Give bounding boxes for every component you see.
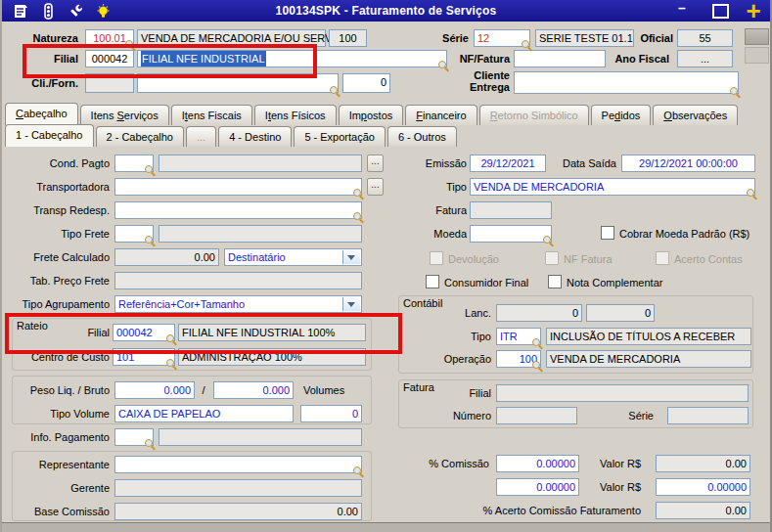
close-button[interactable]: + <box>741 0 766 26</box>
lookup-icon[interactable] <box>522 40 531 50</box>
subtab-4-destino[interactable]: 4 - Destino <box>218 126 292 147</box>
operacao-code-field[interactable]: 100 <box>496 350 541 368</box>
cond-pagto-ellipsis-button[interactable]: ... <box>367 155 384 172</box>
gerente-field <box>114 479 362 497</box>
header-side-button[interactable] <box>745 28 769 45</box>
tipo-agrupamento-combo[interactable]: Referência+Cor+Tamanho <box>114 295 362 313</box>
lookup-icon[interactable] <box>145 165 155 175</box>
cond-pagto-desc-field <box>159 155 362 172</box>
app-window: 100134SPK - Faturamento de Serviços – + … <box>0 0 772 532</box>
pct-comissao-label: % Comissão <box>421 458 489 469</box>
lookup-icon[interactable] <box>730 87 740 97</box>
lookup-icon[interactable] <box>145 439 155 449</box>
pct-comissao-field-1[interactable]: 0.00000 <box>496 455 579 472</box>
rateio-filial-code-field[interactable]: 000042 <box>113 324 175 341</box>
volumes-value-field[interactable]: 0 <box>300 405 362 422</box>
lookup-icon[interactable] <box>166 334 176 344</box>
data-saida-field[interactable]: 29/12/2021 00:00:00 <box>621 155 755 172</box>
emissao-field[interactable]: 29/12/2021 <box>470 155 546 172</box>
tab-itens-servicos[interactable]: Itens Serviços <box>80 105 169 125</box>
lookup-icon[interactable] <box>747 189 756 199</box>
tab-financeiro[interactable]: Financeiro <box>405 105 477 125</box>
peso-label: Peso Liq. / Bruto <box>2 384 110 396</box>
lookup-icon[interactable] <box>166 359 176 369</box>
cli-forn-code-field[interactable] <box>85 73 134 93</box>
info-pagamento-input[interactable] <box>114 428 154 446</box>
tipo-volume-field[interactable]: CAIXA DE PAPELAO <box>114 405 294 422</box>
cli-forn-num-field: 0 <box>342 73 390 93</box>
cliente-entrega-field[interactable] <box>514 71 739 94</box>
maximize-button[interactable] <box>712 4 729 19</box>
tab-impostos[interactable]: Impostos <box>339 105 404 125</box>
valor-rs-field-2[interactable]: 0.00000 <box>656 478 750 496</box>
lookup-icon[interactable] <box>543 236 553 245</box>
lookup-icon[interactable] <box>532 338 542 348</box>
lookup-icon[interactable] <box>145 236 155 245</box>
moeda-input[interactable] <box>470 225 552 243</box>
operacao-desc-field: VENDA DE MERCADORIA <box>546 350 751 368</box>
tab-retorno-simbolico: Retorno Simbólico <box>479 105 589 125</box>
serie-code-field[interactable]: 12 <box>474 29 530 47</box>
consumidor-final-checkbox[interactable] <box>426 275 439 288</box>
subtab-2-cabecalho[interactable]: 2 - Cabeçalho <box>96 126 185 147</box>
frete-tipo-combo[interactable]: Destinatário <box>224 248 362 266</box>
tipo-field[interactable]: VENDA DE MERCADORIA <box>470 178 755 196</box>
filial-desc-field[interactable]: FILIAL NFE INDUSTRIAL <box>137 50 447 67</box>
subtab-1-cabecalho[interactable]: 1 - Cabeçalho <box>5 124 94 147</box>
fatura-serie-field <box>667 407 749 424</box>
natureza-num-field: 100 <box>329 29 367 47</box>
tab-itens-fiscais[interactable]: Itens Fiscais <box>171 105 252 125</box>
peso-bruto-field[interactable]: 0.000 <box>213 381 294 399</box>
filial-code-field[interactable]: 000042 <box>85 50 134 67</box>
base-comissao-field: 0.00 <box>114 503 362 520</box>
natureza-label: Natureza <box>6 32 78 44</box>
lookup-icon[interactable] <box>125 40 135 50</box>
tipo-agrupamento-label: Tipo Agrupamento <box>2 298 110 310</box>
chevron-down-icon[interactable] <box>342 250 360 264</box>
data-saida-label: Data Saída <box>553 157 616 169</box>
subtab-5-exportacao[interactable]: 5 - Exportação <box>294 126 386 147</box>
cond-pagto-label: Cond. Pagto <box>2 157 110 169</box>
tab-cabecalho[interactable]: Cabeçalho <box>5 103 78 125</box>
cli-forn-desc-field[interactable] <box>137 73 339 93</box>
cobrar-moeda-checkbox[interactable] <box>601 226 614 240</box>
chevron-down-icon[interactable] <box>342 297 360 311</box>
transportadora-input[interactable] <box>114 178 362 196</box>
nota-complementar-checkbox[interactable] <box>548 275 562 288</box>
contabil-tipo-label: Tipo <box>423 331 491 342</box>
ano-fiscal-field[interactable]: ... <box>677 50 733 67</box>
transportadora-ellipsis-button[interactable]: ... <box>367 178 384 196</box>
pct-comissao-field-2[interactable]: 0.00000 <box>496 478 579 496</box>
lookup-icon[interactable] <box>438 61 448 70</box>
lookup-icon[interactable] <box>532 361 542 371</box>
lanc-field-1: 0 <box>496 304 582 322</box>
representante-input[interactable] <box>114 456 362 473</box>
tab-pedidos[interactable]: Pedidos <box>591 105 652 125</box>
oficial-field: 55 <box>677 29 733 47</box>
minimize-button[interactable]: – <box>672 0 692 16</box>
subtab-6-outros[interactable]: 6 - Outros <box>387 126 457 147</box>
natureza-code-field[interactable]: 100.01 <box>85 29 134 47</box>
base-comissao-label: Base Comissão <box>2 506 110 517</box>
tab-itens-fisicos[interactable]: Itens Físicos <box>254 105 337 125</box>
lookup-icon[interactable] <box>353 466 363 476</box>
contabil-tipo-code-field[interactable]: ITR <box>496 328 541 345</box>
numero-label: Número <box>423 410 491 421</box>
peso-liq-field[interactable]: 0.000 <box>114 381 195 399</box>
tipo-frete-desc-field <box>159 225 362 243</box>
nf-fatura-field[interactable] <box>514 50 606 67</box>
acerto-comissao-label: % Acerto Comissão Faturamento <box>447 505 641 516</box>
centro-custo-code-field[interactable]: 101 <box>113 348 175 366</box>
tab-observacoes[interactable]: Observações <box>653 105 738 125</box>
numero-field <box>496 407 577 424</box>
header-side-button-2[interactable] <box>745 47 769 64</box>
oficial-label: Oficial <box>634 32 673 44</box>
lookup-icon[interactable] <box>353 189 363 199</box>
tipo-frete-input[interactable] <box>114 225 154 243</box>
lookup-icon[interactable] <box>330 86 340 96</box>
lookup-icon[interactable] <box>353 212 363 222</box>
acerto-contas-checkbox <box>656 251 669 265</box>
transp-redesp-input[interactable] <box>114 201 362 219</box>
cond-pagto-input[interactable] <box>114 155 154 172</box>
tab-preco-frete-field <box>114 272 362 289</box>
